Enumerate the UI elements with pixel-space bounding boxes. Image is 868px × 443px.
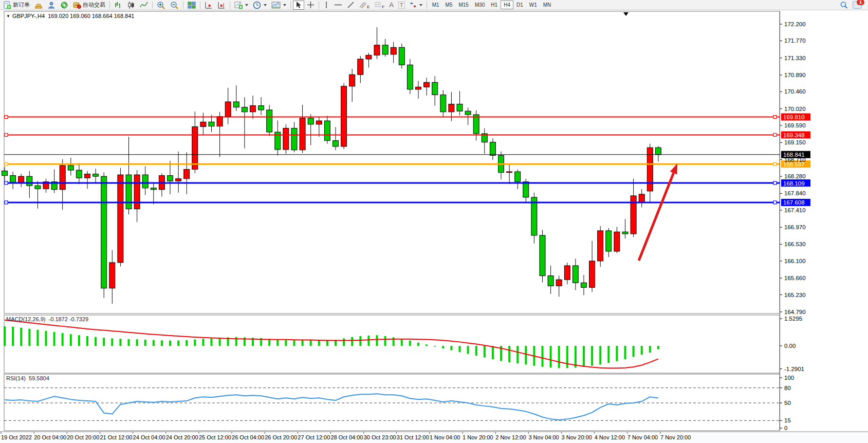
candle: [291, 128, 297, 150]
new-chart-button[interactable]: [232, 1, 250, 10]
auto-scroll-button[interactable]: [202, 1, 215, 10]
price-tick-label: 166.100: [784, 258, 806, 264]
bar-chart-button[interactable]: [112, 1, 124, 10]
hline-handle[interactable]: [5, 201, 8, 204]
candle: [647, 147, 653, 191]
timeframe-M15[interactable]: M15: [455, 1, 471, 9]
time-tick-label: 1 Nov 20:00: [463, 434, 493, 440]
chat-bubble-icon: 1: [853, 1, 862, 9]
timeframe-MN[interactable]: MN: [540, 1, 555, 9]
new-order-icon: [3, 1, 11, 9]
price-tick-label: 166.970: [784, 224, 806, 230]
horizontal-line-button[interactable]: [332, 1, 344, 10]
zoom-out-button[interactable]: [168, 1, 181, 10]
chart-shift-button[interactable]: [215, 1, 228, 10]
arrows-button[interactable]: [408, 1, 424, 10]
tile-windows-icon: [188, 1, 196, 9]
vertical-line-button[interactable]: [321, 1, 331, 10]
main-pane: [4, 11, 780, 313]
template-button[interactable]: [269, 1, 288, 10]
candle: [142, 175, 148, 188]
candle: [258, 106, 264, 110]
time-tick-label: 26 Oct 04:00: [232, 434, 264, 440]
notifications-button[interactable]: 1: [851, 1, 864, 10]
equidistant-channel-button[interactable]: E: [357, 1, 372, 10]
time-tick-label: 25 Oct 12:00: [199, 434, 231, 440]
hline-handle[interactable]: [773, 162, 777, 165]
cursor-button[interactable]: [293, 1, 304, 10]
line-chart-button[interactable]: [138, 1, 150, 10]
time-tick-label: 4 Nov 12:00: [595, 434, 625, 440]
candle: [432, 82, 438, 95]
candle: [233, 102, 239, 107]
template-icon: [271, 1, 281, 9]
marketwatch-button[interactable]: [32, 1, 45, 10]
timeframe-H1[interactable]: H1: [488, 1, 501, 9]
hline-handle[interactable]: [773, 133, 777, 136]
timeframe-M1[interactable]: M1: [429, 1, 442, 9]
candle: [308, 118, 313, 124]
candle: [35, 186, 41, 189]
text-button[interactable]: A: [387, 1, 396, 10]
hline-handle[interactable]: [773, 181, 777, 184]
price-axis[interactable]: [780, 11, 780, 431]
hline-handle[interactable]: [5, 162, 8, 165]
price-tick-label: 168.280: [784, 173, 806, 179]
data-window-button[interactable]: [45, 1, 58, 10]
person-icon: [47, 1, 56, 9]
gold-box-icon: [34, 1, 43, 9]
price-tick-label: 167.410: [784, 207, 806, 213]
dropdown-caret: [245, 4, 248, 6]
hline-handle[interactable]: [5, 116, 8, 119]
notification-badge: 1: [857, 0, 864, 5]
timeframe-D1[interactable]: D1: [513, 1, 526, 9]
candle: [250, 106, 256, 112]
search-button[interactable]: [838, 1, 850, 10]
chart-shift-icon: [217, 1, 226, 9]
candle: [639, 194, 644, 203]
toolbar-separator: [183, 2, 183, 9]
auto-scroll-icon: [205, 1, 213, 9]
hline-handle[interactable]: [773, 116, 777, 119]
candle: [391, 47, 396, 54]
time-tick-label: 20 Oct 04:00: [34, 434, 66, 440]
candle: [60, 165, 65, 190]
time-tick-label: 20 Oct 20:00: [67, 434, 99, 440]
hline-handle[interactable]: [5, 181, 8, 184]
new-order-button[interactable]: 新订单: [1, 1, 32, 10]
signal-icon: [60, 1, 68, 9]
new-order-label: 新订单: [13, 1, 30, 9]
timeframe-M5[interactable]: M5: [442, 1, 456, 9]
trendline-button[interactable]: [345, 1, 357, 10]
text-label-button[interactable]: T: [396, 1, 407, 10]
timeframe-H4[interactable]: H4: [501, 1, 513, 9]
time-tick-label: 26 Oct 20:00: [265, 434, 297, 440]
price-badge-text: 169.348: [783, 132, 805, 138]
toolbar-separator: [230, 2, 230, 9]
candle: [490, 142, 495, 156]
time-tick-label: 27 Oct 12:00: [298, 434, 330, 440]
candle: [399, 47, 404, 65]
candlestick-icon: [127, 1, 135, 9]
timeframe-M30[interactable]: M30: [472, 1, 488, 9]
crosshair-button[interactable]: [305, 1, 317, 10]
zoom-in-button[interactable]: [155, 1, 168, 10]
autotrade-label: 自动交易: [83, 1, 105, 9]
price-tick-label: 166.530: [784, 241, 806, 247]
fibonacci-button[interactable]: F: [372, 1, 386, 10]
signals-button[interactable]: [58, 1, 70, 10]
autotrade-button[interactable]: 自动交易: [71, 1, 107, 10]
timeframe-W1[interactable]: W1: [526, 1, 540, 9]
candle: [358, 59, 363, 75]
fibonacci-icon: [374, 1, 382, 9]
tile-windows-button[interactable]: [186, 1, 198, 10]
price-tick-label: 164.790: [784, 309, 806, 315]
candle: [473, 115, 479, 134]
candle: [27, 176, 32, 186]
candlestick-button[interactable]: [125, 1, 137, 10]
symbol-dropdown-icon[interactable]: ▼: [6, 14, 10, 19]
period-button[interactable]: [251, 1, 269, 10]
hline-handle[interactable]: [773, 201, 777, 204]
zoom-out-icon: [170, 1, 179, 9]
hline-handle[interactable]: [5, 133, 8, 136]
